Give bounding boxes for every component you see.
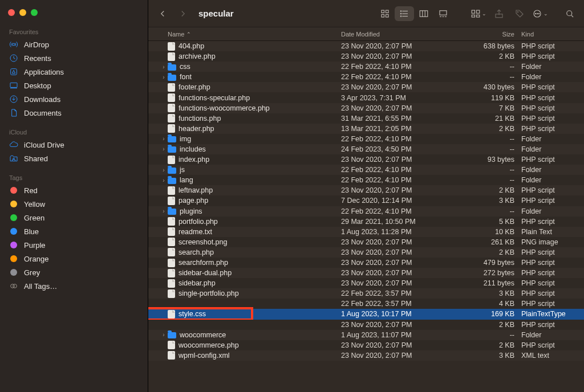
disclosure-triangle-icon[interactable]: › bbox=[160, 64, 168, 70]
file-name: style.css bbox=[179, 310, 341, 318]
file-row[interactable]: ›sidebar.php23 Nov 2020, 2:07 PM211 byte… bbox=[148, 278, 584, 288]
tag-icon bbox=[9, 240, 18, 250]
tag-icon bbox=[9, 213, 18, 222]
sidebar-item-recents[interactable]: Recents bbox=[0, 51, 148, 65]
disclosure-triangle-icon[interactable]: › bbox=[160, 208, 168, 214]
close-button[interactable] bbox=[8, 9, 15, 16]
sidebar-item-orange[interactable]: Orange bbox=[0, 252, 148, 266]
svg-point-35 bbox=[537, 13, 537, 14]
sidebar-item-label: Yellow bbox=[24, 200, 45, 209]
tags-button[interactable] bbox=[511, 6, 528, 21]
icon-view-button[interactable] bbox=[375, 6, 395, 21]
file-row[interactable]: ›header.php13 Mar 2021, 2:05 PM2 KBPHP s… bbox=[148, 124, 584, 134]
file-row[interactable]: ›readme.txt1 Aug 2023, 11:28 PM10 KBPlai… bbox=[148, 227, 584, 237]
svg-rect-23 bbox=[440, 10, 447, 15]
file-row[interactable]: ›single-portfolio.php22 Feb 2022, 3:57 P… bbox=[148, 288, 584, 299]
sidebar-item-shared[interactable]: Shared bbox=[0, 152, 148, 165]
file-kind: PHP script bbox=[521, 104, 584, 112]
file-row[interactable]: ›page.php7 Dec 2020, 12:14 PM3 KBPHP scr… bbox=[148, 195, 584, 206]
file-row[interactable]: ›functions-woocommerce.php23 Nov 2020, 2… bbox=[148, 103, 584, 113]
file-name: archive.php bbox=[179, 52, 341, 60]
file-row[interactable]: ›footer.php23 Nov 2020, 2:07 PM430 bytes… bbox=[148, 82, 584, 92]
file-size: 3 KB bbox=[472, 197, 521, 205]
disclosure-triangle-icon[interactable]: › bbox=[160, 136, 168, 142]
file-row[interactable]: ›404.php23 Nov 2020, 2:07 PM638 bytesPHP… bbox=[148, 41, 584, 51]
file-row[interactable]: ›search.php23 Nov 2020, 2:07 PM2 KBPHP s… bbox=[148, 247, 584, 258]
file-row[interactable]: ›index.php23 Nov 2020, 2:07 PM93 bytesPH… bbox=[148, 154, 584, 165]
svg-rect-20 bbox=[420, 10, 428, 17]
column-header-size[interactable]: Size bbox=[472, 31, 521, 38]
disclosure-triangle-icon[interactable]: › bbox=[160, 74, 168, 80]
disclosure-triangle-icon[interactable]: › bbox=[160, 177, 168, 183]
file-row[interactable]: ›font22 Feb 2022, 4:10 PM--Folder bbox=[148, 72, 584, 82]
sidebar-item-yellow[interactable]: Yellow bbox=[0, 197, 148, 211]
sidebar-item-green[interactable]: Green bbox=[0, 211, 148, 224]
svg-point-32 bbox=[517, 11, 518, 13]
file-row[interactable]: ›screenshot.png23 Nov 2020, 2:07 PM261 K… bbox=[148, 237, 584, 247]
file-row[interactable]: ›includes24 Feb 2023, 4:50 PM--Folder bbox=[148, 144, 584, 154]
file-row[interactable]: ›js22 Feb 2022, 4:10 PM--Folder bbox=[148, 165, 584, 175]
file-row[interactable]: ›archive.php23 Nov 2020, 2:07 PM2 KBPHP … bbox=[148, 51, 584, 62]
file-row[interactable]: ›22 Feb 2022, 3:57 PM4 KBPHP script bbox=[148, 299, 584, 309]
column-header-date[interactable]: Date Modified bbox=[341, 31, 472, 38]
file-row[interactable]: ›functions.php31 Mar 2021, 6:55 PM21 KBP… bbox=[148, 113, 584, 124]
file-row[interactable]: ›woocommerce1 Aug 2023, 11:07 PM--Folder bbox=[148, 330, 584, 340]
sidebar-item-airdrop[interactable]: AirDrop bbox=[0, 38, 148, 51]
file-row[interactable]: ›searchform.php23 Nov 2020, 2:07 PM479 b… bbox=[148, 258, 584, 268]
gallery-view-button[interactable] bbox=[433, 6, 453, 21]
forward-button[interactable] bbox=[175, 6, 192, 21]
window-title: specular bbox=[198, 9, 234, 18]
document-icon bbox=[168, 351, 175, 360]
file-row[interactable]: ›leftnav.php23 Nov 2020, 2:07 PM2 KBPHP … bbox=[148, 185, 584, 195]
file-row[interactable]: ›lang22 Feb 2022, 4:10 PM--Folder bbox=[148, 175, 584, 185]
svg-point-34 bbox=[535, 13, 536, 14]
file-row[interactable]: ›functions-specular.php3 Apr 2023, 7:31 … bbox=[148, 92, 584, 103]
sidebar-item-red[interactable]: Red bbox=[0, 183, 148, 197]
column-header-name[interactable]: Name⌃ bbox=[160, 31, 341, 38]
sidebar-item-icloud-drive[interactable]: iCloud Drive bbox=[0, 138, 148, 152]
sidebar-item-documents[interactable]: Documents bbox=[0, 106, 148, 120]
file-row[interactable]: ›style.css1 Aug 2023, 10:17 PM169 KBPlai… bbox=[148, 309, 584, 319]
sidebar-item-purple[interactable]: Purple bbox=[0, 238, 148, 252]
file-size: 10 KB bbox=[472, 228, 521, 236]
file-name: wpml-config.xml bbox=[179, 352, 341, 360]
file-date: 7 Dec 2020, 12:14 PM bbox=[341, 197, 472, 205]
list-view-button[interactable] bbox=[395, 6, 414, 21]
file-name: page.php bbox=[179, 197, 341, 205]
file-row[interactable]: ›plugins22 Feb 2022, 4:10 PM--Folder bbox=[148, 206, 584, 217]
file-date: 24 Feb 2023, 4:50 PM bbox=[341, 145, 472, 153]
group-button[interactable]: ⌄ bbox=[470, 6, 487, 21]
back-button[interactable] bbox=[154, 6, 171, 21]
disclosure-triangle-icon[interactable]: › bbox=[160, 146, 168, 152]
zoom-button[interactable] bbox=[31, 9, 38, 16]
column-view-button[interactable] bbox=[414, 6, 433, 21]
file-row[interactable]: ›23 Nov 2020, 2:07 PM2 KBPHP script bbox=[148, 320, 584, 330]
column-header-kind[interactable]: Kind bbox=[521, 31, 584, 38]
sidebar-item-blue[interactable]: Blue bbox=[0, 224, 148, 238]
file-row[interactable]: ›css22 Feb 2022, 4:10 PM--Folder bbox=[148, 62, 584, 72]
sidebar-item-all-tags-[interactable]: All Tags… bbox=[0, 279, 148, 293]
svg-rect-3 bbox=[10, 83, 17, 87]
file-row[interactable]: ›sidebar-dual.php23 Nov 2020, 2:07 PM272… bbox=[148, 268, 584, 278]
sidebar-item-applications[interactable]: Applications bbox=[0, 65, 148, 79]
document-icon bbox=[168, 341, 175, 349]
file-size: -- bbox=[472, 176, 521, 184]
file-kind: PHP script bbox=[521, 289, 584, 297]
file-row[interactable]: ›img22 Feb 2022, 4:10 PM--Folder bbox=[148, 134, 584, 144]
sidebar-item-desktop[interactable]: Desktop bbox=[0, 79, 148, 92]
file-size: -- bbox=[472, 207, 521, 215]
search-button[interactable] bbox=[561, 6, 578, 21]
svg-rect-30 bbox=[477, 15, 480, 17]
disclosure-triangle-icon[interactable]: › bbox=[160, 167, 168, 173]
file-row[interactable]: ›portfolio.php29 Mar 2021, 10:50 PM5 KBP… bbox=[148, 217, 584, 227]
action-menu-button[interactable]: ⌄ bbox=[532, 6, 549, 21]
sidebar-item-downloads[interactable]: Downloads bbox=[0, 92, 148, 106]
disclosure-triangle-icon[interactable]: › bbox=[160, 332, 168, 338]
sidebar-item-grey[interactable]: Grey bbox=[0, 266, 148, 279]
sidebar-item-label: Desktop bbox=[24, 81, 51, 90]
file-name: sidebar-dual.php bbox=[179, 269, 341, 277]
file-row[interactable]: ›woocommerce.php23 Nov 2020, 2:07 PM2 KB… bbox=[148, 340, 584, 350]
minimize-button[interactable] bbox=[19, 9, 26, 16]
share-button[interactable] bbox=[490, 6, 508, 21]
file-row[interactable]: ›wpml-config.xml23 Nov 2020, 2:07 PM3 KB… bbox=[148, 350, 584, 361]
